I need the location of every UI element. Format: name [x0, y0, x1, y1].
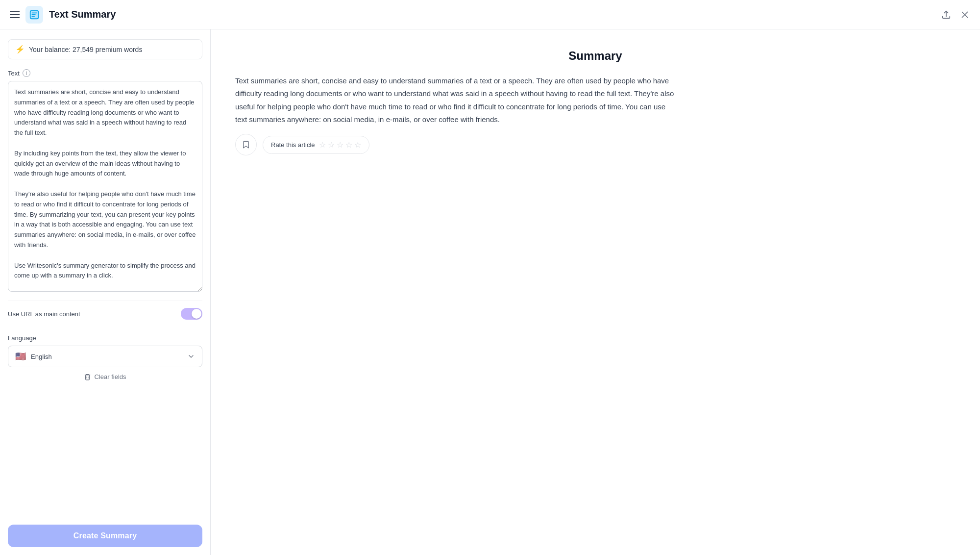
star-2[interactable]: ☆	[328, 140, 335, 150]
language-flag: 🇺🇸	[15, 351, 26, 362]
balance-card: ⚡ Your balance: 27,549 premium words	[8, 39, 202, 59]
star-rating[interactable]: ☆ ☆ ☆ ☆ ☆	[319, 140, 361, 150]
bottom-bar: Create Summary	[0, 520, 210, 555]
summary-body: Text summaries are short, concise and ea…	[235, 75, 676, 126]
bookmark-icon	[242, 140, 250, 149]
star-3[interactable]: ☆	[337, 140, 343, 150]
url-toggle-row: Use URL as main content	[8, 301, 202, 327]
close-button[interactable]	[959, 9, 970, 20]
rate-label: Rate this article	[271, 141, 315, 149]
language-value: English	[31, 353, 52, 360]
language-select[interactable]: 🇺🇸 English	[8, 346, 202, 367]
text-input[interactable]: Text summaries are short, concise and ea…	[8, 81, 202, 292]
summary-title: Summary	[235, 49, 956, 63]
app-logo	[25, 6, 43, 24]
clear-fields-button[interactable]: Clear fields	[8, 367, 202, 386]
menu-icon[interactable]	[10, 11, 20, 18]
main-layout: ⚡ Your balance: 27,549 premium words Tex…	[0, 29, 980, 555]
star-1[interactable]: ☆	[319, 140, 326, 150]
lightning-icon: ⚡	[15, 45, 25, 54]
toggle-thumb	[192, 309, 201, 319]
toggle-label: Use URL as main content	[8, 310, 80, 318]
url-toggle[interactable]	[181, 308, 202, 320]
app-header: Text Summary	[0, 0, 980, 29]
clear-fields-label: Clear fields	[94, 373, 126, 380]
text-field-label: Text i	[8, 69, 202, 77]
trash-icon	[84, 373, 91, 380]
app-title: Text Summary	[49, 9, 116, 20]
bookmark-button[interactable]	[235, 134, 257, 155]
rating-bar: Rate this article ☆ ☆ ☆ ☆ ☆	[235, 126, 956, 163]
create-summary-button[interactable]: Create Summary	[8, 525, 202, 547]
language-section: Language 🇺🇸 English	[8, 334, 202, 367]
right-panel: Summary Text summaries are short, concis…	[211, 29, 980, 555]
upload-button[interactable]	[941, 9, 952, 20]
left-panel: ⚡ Your balance: 27,549 premium words Tex…	[0, 29, 211, 555]
info-icon: i	[23, 69, 30, 77]
rate-pill: Rate this article ☆ ☆ ☆ ☆ ☆	[263, 136, 369, 154]
star-5[interactable]: ☆	[354, 140, 361, 150]
language-label: Language	[8, 334, 202, 342]
balance-text: Your balance: 27,549 premium words	[29, 46, 142, 53]
chevron-down-icon	[187, 353, 195, 360]
star-4[interactable]: ☆	[345, 140, 352, 150]
